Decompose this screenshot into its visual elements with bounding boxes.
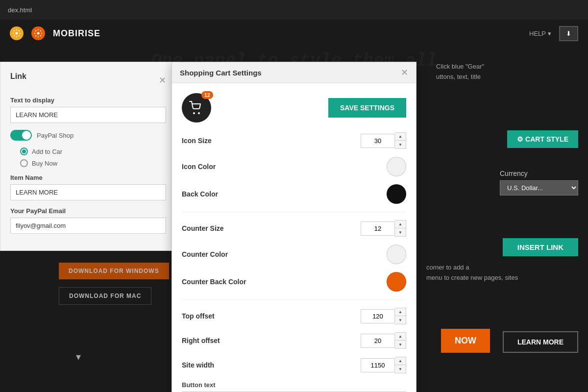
- save-settings-button[interactable]: SAVE SETTINGS: [328, 98, 406, 118]
- right-offset-up[interactable]: ▲: [395, 333, 406, 341]
- top-offset-spinner[interactable]: ▲ ▼: [395, 308, 406, 324]
- back-color-swatch[interactable]: [387, 184, 406, 204]
- top-offset-input[interactable]: [361, 309, 395, 323]
- icon-size-spinner[interactable]: ▲ ▼: [395, 132, 406, 149]
- radio-add-to-cart[interactable]: Add to Car: [20, 147, 166, 155]
- gear-yellow-icon: [10, 26, 24, 40]
- site-width-spinner[interactable]: ▲ ▼: [395, 357, 406, 373]
- divider1: [182, 212, 406, 212]
- svg-point-0: [16, 32, 18, 35]
- text-to-display-label: Text to display: [10, 97, 166, 104]
- counter-size-row: Counter Size ▲ ▼: [182, 220, 406, 237]
- radio-buy-now[interactable]: Buy Now: [20, 159, 166, 167]
- chevron-down-icon: ▾: [76, 351, 81, 363]
- icon-color-label: Icon Color: [182, 163, 216, 171]
- right-offset-input[interactable]: [361, 334, 395, 348]
- download-mac-bg: DOWNLOAD FOR MAC: [59, 287, 151, 305]
- cart-style-button[interactable]: ⚙ CART STYLE: [507, 130, 578, 148]
- email-input[interactable]: [10, 218, 166, 234]
- counter-color-label: Counter Color: [182, 250, 228, 258]
- filename-label: dex.html: [8, 6, 32, 14]
- download-icon: ⬇: [566, 30, 571, 37]
- cart-badge: 12: [201, 91, 213, 99]
- radio-add-to-cart-circle: [20, 147, 28, 155]
- top-offset-up[interactable]: ▲: [395, 308, 406, 316]
- counter-size-down[interactable]: ▼: [395, 228, 406, 236]
- icon-size-row: Icon Size ▲ ▼: [182, 132, 406, 149]
- counter-size-up[interactable]: ▲: [395, 220, 406, 228]
- learn-more-button[interactable]: LEARN MORE: [503, 331, 578, 353]
- counter-size-spinner[interactable]: ▲ ▼: [395, 220, 406, 237]
- button-text-label: Button text: [182, 381, 406, 389]
- counter-size-input[interactable]: [361, 221, 395, 236]
- dialog-title: Shopping Cart Settings: [180, 69, 262, 77]
- currency-select[interactable]: U.S. Dollar...: [500, 180, 578, 196]
- counter-back-color-label: Counter Back Color: [182, 278, 246, 286]
- svg-point-3: [198, 112, 200, 114]
- site-width-label: Site width: [182, 361, 214, 369]
- icon-color-swatch[interactable]: [387, 157, 406, 176]
- top-offset-label: Top offset: [182, 312, 215, 320]
- back-color-row: Back Color: [182, 184, 406, 204]
- counter-color-swatch[interactable]: [387, 245, 406, 264]
- insert-link-button[interactable]: INSERT LINK: [503, 238, 578, 256]
- radio-group: Add to Car Buy Now: [10, 147, 166, 167]
- cart-icon-wrapper: 12: [182, 93, 211, 122]
- now-button[interactable]: NOW: [441, 329, 490, 353]
- icon-size-input[interactable]: [361, 134, 395, 148]
- currency-label: Currency: [500, 170, 578, 177]
- icon-size-down[interactable]: ▼: [395, 141, 406, 148]
- svg-point-1: [37, 32, 40, 35]
- svg-point-2: [193, 112, 195, 114]
- radio-buy-now-circle: [20, 159, 28, 167]
- cart-settings-dialog: Shopping Cart Settings ✕ 12: [172, 62, 416, 392]
- counter-back-color-swatch[interactable]: [387, 272, 406, 292]
- site-width-input[interactable]: [361, 358, 395, 372]
- site-width-up[interactable]: ▲: [395, 357, 406, 365]
- right-text2: corner to add amenu to create new pages,…: [426, 263, 583, 283]
- currency-area: Currency U.S. Dollar...: [500, 170, 578, 196]
- link-dialog: Link ✕ Text to display PayPal Shop Add t…: [0, 62, 176, 251]
- icon-size-up[interactable]: ▲: [395, 133, 406, 141]
- link-dialog-close-button[interactable]: ✕: [159, 76, 166, 85]
- app-name: MOBIRISE: [53, 28, 100, 39]
- download-button[interactable]: ⬇: [559, 26, 578, 41]
- icon-size-label: Icon Size: [182, 137, 212, 145]
- top-offset-row: Top offset ▲ ▼: [182, 308, 406, 324]
- paypal-toggle-label: PayPal Shop: [37, 132, 74, 139]
- dialog-close-button[interactable]: ✕: [401, 68, 408, 77]
- link-dialog-title: Link: [10, 72, 26, 81]
- counter-size-label: Counter Size: [182, 224, 224, 232]
- back-color-label: Back Color: [182, 190, 218, 198]
- counter-color-row: Counter Color: [182, 245, 406, 264]
- gear-orange-icon: [31, 26, 45, 40]
- counter-back-color-row: Counter Back Color: [182, 272, 406, 292]
- text-to-display-input[interactable]: [10, 107, 166, 123]
- site-width-row: Site width ▲ ▼: [182, 357, 406, 373]
- item-name-label: Item Name: [10, 174, 166, 181]
- top-offset-down[interactable]: ▼: [395, 316, 406, 324]
- help-button[interactable]: HELP ▾: [529, 30, 551, 37]
- dialog-header: Shopping Cart Settings ✕: [172, 62, 416, 83]
- site-width-down[interactable]: ▼: [395, 365, 406, 373]
- right-offset-row: Right offset ▲ ▼: [182, 332, 406, 349]
- right-offset-spinner[interactable]: ▲ ▼: [395, 332, 406, 349]
- email-label: Your PayPal Email: [10, 207, 166, 215]
- right-offset-down[interactable]: ▼: [395, 341, 406, 348]
- download-win-bg: DOWNLOAD FOR WINDOWS: [59, 263, 169, 279]
- right-offset-label: Right offset: [182, 337, 220, 344]
- icon-color-row: Icon Color: [182, 157, 406, 176]
- divider2: [182, 299, 406, 300]
- paypal-toggle[interactable]: [10, 130, 32, 141]
- item-name-input[interactable]: [10, 184, 166, 200]
